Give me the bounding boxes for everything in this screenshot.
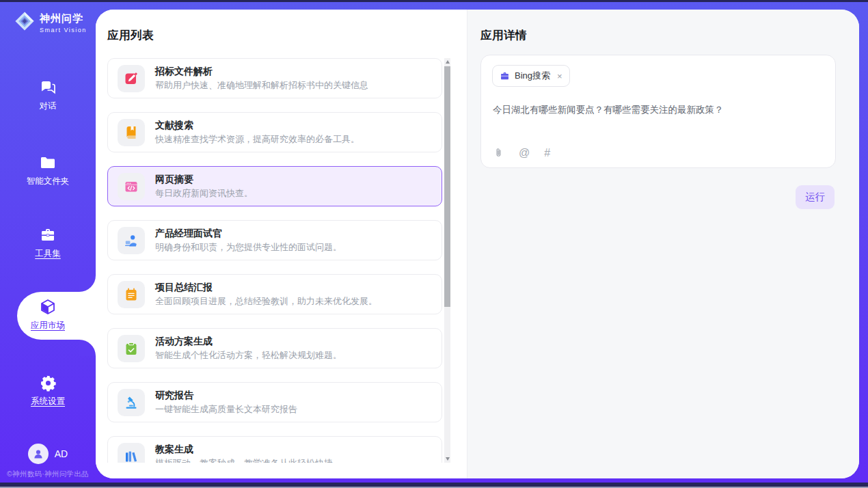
- sidebar-item-label: 智能文件夹: [27, 177, 70, 186]
- interviewer-icon: [118, 227, 145, 254]
- browser-code-icon: [118, 173, 145, 200]
- sidebar: 神州问学 Smart Vision 对话 智能文件夹 工具集 应用市场 系统设置: [0, 2, 96, 483]
- scrollbar-up-arrow[interactable]: [444, 58, 450, 66]
- query-input[interactable]: 今日湖北有哪些新闻要点？有哪些需要关注的最新政策？: [493, 103, 824, 117]
- brand-name: 神州问学: [40, 12, 87, 25]
- at-icon[interactable]: @: [519, 148, 530, 159]
- diamond-logo-icon: [14, 10, 36, 35]
- app-card-title: 文献搜索: [155, 120, 360, 131]
- app-list-title: 应用列表: [107, 28, 467, 43]
- copyright-text: ©神州数码·神州问学出品: [0, 470, 96, 479]
- app-card-desc: 明确身份和职责，为您提供专业性的面试问题。: [155, 243, 342, 252]
- user-initials: AD: [55, 448, 68, 459]
- sidebar-item-toolset[interactable]: 工具集: [0, 226, 96, 258]
- content-area: 应用列表 招标文件解析 帮助用户快速、准确地理解和解析招标书中的关键信息 文献搜…: [96, 10, 859, 478]
- app-card[interactable]: 项目总结汇报 全面回顾项目进展，总结经验教训，助力未来优化发展。: [107, 274, 442, 314]
- research-icon: [118, 389, 145, 416]
- app-card-desc: 帮助用户快速、准确地理解和解析招标书中的关键信息: [155, 81, 368, 90]
- avatar: [28, 444, 49, 464]
- app-card-desc: 快速精准查找学术资源，提高研究效率的必备工具。: [155, 135, 360, 144]
- app-card-desc: 全面回顾项目进展，总结经验教训，助力未来优化发展。: [155, 297, 377, 306]
- run-button[interactable]: 运行: [796, 185, 835, 209]
- sidebar-item-chat[interactable]: 对话: [0, 79, 96, 111]
- app-card-title: 网页摘要: [155, 174, 253, 185]
- app-card[interactable]: 研究报告 一键智能生成高质量长文本研究报告: [107, 382, 442, 422]
- app-card-title: 研究报告: [155, 390, 297, 401]
- brand-subtitle: Smart Vision: [40, 27, 87, 33]
- person-icon: [32, 448, 44, 460]
- brand-logo: 神州问学 Smart Vision: [14, 10, 87, 35]
- sidebar-item-app-market[interactable]: 应用市场: [0, 298, 96, 330]
- app-list-panel: 应用列表 招标文件解析 帮助用户快速、准确地理解和解析招标书中的关键信息 文献搜…: [96, 10, 467, 478]
- cube-icon: [39, 298, 57, 316]
- report-note-icon: [118, 281, 145, 308]
- app-card[interactable]: 网页摘要 每日政府新闻资讯快查。: [107, 166, 442, 206]
- folder-icon: [39, 154, 57, 172]
- app-window: 神州问学 Smart Vision 对话 智能文件夹 工具集 应用市场 系统设置: [0, 2, 868, 483]
- app-card[interactable]: 文献搜索 快速精准查找学术资源，提高研究效率的必备工具。: [107, 112, 442, 152]
- app-card[interactable]: 产品经理面试官 明确身份和职责，为您提供专业性的面试问题。: [107, 220, 442, 260]
- briefcase-icon: [500, 71, 510, 81]
- sidebar-item-label: 对话: [40, 102, 57, 111]
- clipboard-check-icon: [118, 335, 145, 362]
- scrollbar-thumb[interactable]: [444, 66, 450, 307]
- app-card-desc: 模板驱动，教案秒成，教学准备从此轻松快捷: [155, 459, 333, 463]
- books-icon: [118, 443, 145, 463]
- app-card-title: 活动方案生成: [155, 336, 342, 347]
- edit-doc-icon: [118, 65, 145, 92]
- app-list: 招标文件解析 帮助用户快速、准确地理解和解析招标书中的关键信息 文献搜索 快速精…: [107, 58, 442, 463]
- scrollbar[interactable]: [444, 58, 450, 463]
- app-card-desc: 一键智能生成高质量长文本研究报告: [155, 405, 297, 414]
- app-detail-title: 应用详情: [480, 28, 859, 43]
- app-card[interactable]: 活动方案生成 智能生成个性化活动方案，轻松解决规划难题。: [107, 328, 442, 368]
- paperclip-icon[interactable]: [493, 147, 504, 159]
- sidebar-item-label: 系统设置: [31, 397, 65, 406]
- active-nav-curve-bottom: [79, 340, 96, 356]
- app-card-desc: 智能生成个性化活动方案，轻松解决规划难题。: [155, 351, 342, 360]
- app-card-title: 项目总结汇报: [155, 282, 377, 293]
- composer[interactable]: Bing搜索 × 今日湖北有哪些新闻要点？有哪些需要关注的最新政策？ @#: [480, 55, 836, 168]
- app-detail-panel: 应用详情 Bing搜索 × 今日湖北有哪些新闻要点？有哪些需要关注的最新政策？ …: [467, 10, 859, 478]
- app-card-title: 产品经理面试官: [155, 228, 342, 239]
- composer-icons: @#: [493, 147, 550, 159]
- sidebar-item-label: 应用市场: [31, 321, 65, 330]
- toolbox-icon: [39, 226, 57, 244]
- app-card-desc: 每日政府新闻资讯快查。: [155, 189, 253, 198]
- app-card-title: 招标文件解析: [155, 66, 368, 77]
- user-chip[interactable]: AD: [0, 444, 96, 464]
- book-icon: [118, 119, 145, 146]
- sidebar-item-smart-folder[interactable]: 智能文件夹: [0, 154, 96, 186]
- sidebar-item-label: 工具集: [35, 249, 61, 258]
- app-card[interactable]: 教案生成 模板驱动，教案秒成，教学准备从此轻松快捷: [107, 436, 442, 463]
- tool-tag[interactable]: Bing搜索 ×: [492, 65, 570, 87]
- hash-icon[interactable]: #: [544, 148, 550, 159]
- active-nav-curve-top: [79, 275, 96, 292]
- tool-tag-label: Bing搜索: [515, 70, 550, 82]
- remove-tag-button[interactable]: ×: [557, 71, 562, 81]
- sidebar-item-settings[interactable]: 系统设置: [0, 374, 96, 406]
- chat-icon: [39, 79, 57, 96]
- app-card-title: 教案生成: [155, 444, 333, 455]
- scrollbar-down-arrow[interactable]: [444, 455, 450, 463]
- app-card[interactable]: 招标文件解析 帮助用户快速、准确地理解和解析招标书中的关键信息: [107, 58, 442, 98]
- gear-icon: [39, 374, 57, 392]
